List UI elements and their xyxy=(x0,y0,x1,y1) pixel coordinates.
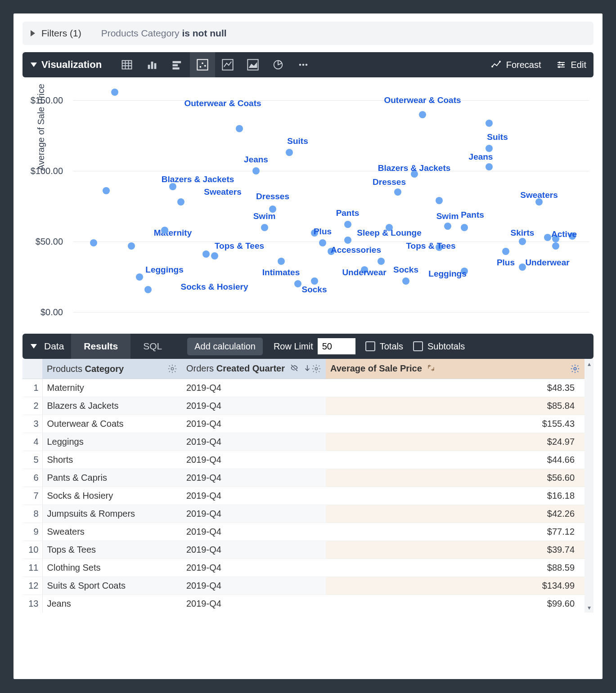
data-point[interactable] xyxy=(344,221,351,228)
data-point[interactable] xyxy=(552,242,559,250)
subtotals-checkbox[interactable]: Subtotals xyxy=(413,341,465,352)
plot-area[interactable]: Outerwear & CoatsBlazers & JacketsMatern… xyxy=(73,86,589,312)
data-point[interactable] xyxy=(328,248,335,255)
column-chart-icon[interactable] xyxy=(139,52,165,77)
scroll-down-icon[interactable]: ▾ xyxy=(585,604,594,611)
data-point[interactable] xyxy=(286,149,293,156)
gear-icon[interactable] xyxy=(167,364,177,374)
data-point[interactable] xyxy=(552,235,559,242)
caret-down-icon[interactable] xyxy=(31,63,37,67)
data-point[interactable] xyxy=(278,258,285,265)
table-row[interactable]: 1Maternity2019-Q4$48.35 xyxy=(22,379,585,397)
data-point[interactable] xyxy=(311,277,318,285)
data-point[interactable] xyxy=(436,244,443,251)
data-point[interactable] xyxy=(144,286,152,293)
data-point[interactable] xyxy=(111,89,118,96)
table-row[interactable]: 4Leggings2019-Q4$24.97 xyxy=(22,433,585,451)
svg-rect-6 xyxy=(151,62,153,69)
data-point[interactable] xyxy=(461,268,468,275)
forecast-button[interactable]: Forecast xyxy=(484,52,549,77)
data-point[interactable] xyxy=(535,198,543,206)
data-point[interactable] xyxy=(236,125,243,132)
column-header-avg-price[interactable]: Average of Sale Price xyxy=(326,359,585,379)
scroll-up-icon[interactable]: ▴ xyxy=(585,361,594,367)
table-row[interactable]: 6Pants & Capris2019-Q4$56.60 xyxy=(22,469,585,487)
data-point[interactable] xyxy=(502,248,509,255)
pie-chart-icon[interactable] xyxy=(265,52,291,77)
gear-icon[interactable] xyxy=(570,364,580,374)
cell-value: $24.97 xyxy=(326,433,585,451)
scatter-chart-icon[interactable] xyxy=(190,52,215,77)
data-point[interactable] xyxy=(436,197,443,204)
data-point[interactable] xyxy=(386,224,393,231)
table-row[interactable]: 11Clothing Sets2019-Q4$88.59 xyxy=(22,559,585,577)
data-point[interactable] xyxy=(486,145,493,152)
svg-rect-10 xyxy=(173,67,180,70)
data-point[interactable] xyxy=(269,206,276,213)
caret-down-icon[interactable] xyxy=(31,344,37,349)
table-row[interactable]: 12Suits & Sport Coats2019-Q4$134.99 xyxy=(22,577,585,595)
data-point[interactable] xyxy=(261,224,268,231)
svg-point-22 xyxy=(492,66,493,67)
table-row[interactable]: 2Blazers & Jackets2019-Q4$85.84 xyxy=(22,397,585,415)
data-point[interactable] xyxy=(311,229,318,237)
svg-point-18 xyxy=(299,64,301,66)
data-point[interactable] xyxy=(402,277,409,285)
table-row[interactable]: 3Outerwear & Coats2019-Q4$155.43 xyxy=(22,415,585,433)
tab-results[interactable]: Results xyxy=(71,334,130,359)
data-point[interactable] xyxy=(344,237,351,244)
data-point[interactable] xyxy=(411,170,418,178)
bar-chart-icon[interactable] xyxy=(165,52,190,77)
data-point[interactable] xyxy=(169,183,176,190)
more-icon[interactable] xyxy=(291,52,316,77)
data-point[interactable] xyxy=(519,238,526,245)
column-header-quarter[interactable]: Orders Created Quarter xyxy=(182,359,326,379)
table-row[interactable]: 7Socks & Hosiery2019-Q4$16.18 xyxy=(22,487,585,505)
data-point[interactable] xyxy=(444,223,451,230)
edit-button[interactable]: Edit xyxy=(549,52,594,77)
data-point[interactable] xyxy=(136,273,143,281)
table-row[interactable]: 8Jumpsuits & Rompers2019-Q4$42.26 xyxy=(22,505,585,523)
table-row[interactable]: 13Jeans2019-Q4$99.60 xyxy=(22,595,585,613)
totals-checkbox[interactable]: Totals xyxy=(365,341,403,352)
data-point[interactable] xyxy=(177,198,184,206)
filters-bar[interactable]: Filters (1) Products Category is not nul… xyxy=(22,22,594,45)
table-row[interactable]: 10Tops & Tees2019-Q4$39.74 xyxy=(22,541,585,559)
gear-icon[interactable] xyxy=(311,364,321,374)
results-table-wrap: Products Category Orders Created Quarter… xyxy=(22,359,594,613)
data-point[interactable] xyxy=(361,266,368,273)
table-row[interactable]: 9Sweaters2019-Q4$77.12 xyxy=(22,523,585,541)
data-point[interactable] xyxy=(90,239,97,246)
data-point[interactable] xyxy=(202,250,210,258)
data-point[interactable] xyxy=(544,234,551,241)
table-icon[interactable] xyxy=(114,52,139,77)
data-point[interactable] xyxy=(378,258,385,265)
svg-rect-8 xyxy=(173,61,181,63)
column-header-category[interactable]: Products Category xyxy=(42,359,182,379)
data-point[interactable] xyxy=(294,280,301,287)
tab-sql[interactable]: SQL xyxy=(130,334,175,359)
data-point[interactable] xyxy=(394,188,401,196)
data-point[interactable] xyxy=(461,224,468,231)
data-point[interactable] xyxy=(211,252,218,259)
data-point[interactable] xyxy=(419,111,426,118)
scrollbar[interactable]: ▴ ▾ xyxy=(585,359,594,613)
data-point[interactable] xyxy=(319,239,326,246)
y-tick-label: $150.00 xyxy=(22,95,71,106)
data-label: Suits xyxy=(287,136,308,146)
data-point[interactable] xyxy=(519,264,526,271)
add-calculation-button[interactable]: Add calculation xyxy=(187,338,263,355)
data-point[interactable] xyxy=(569,232,576,240)
table-row[interactable]: 5Shorts2019-Q4$44.66 xyxy=(22,451,585,469)
row-limit-input[interactable] xyxy=(318,338,355,354)
svg-point-12 xyxy=(200,66,202,68)
area-chart-icon[interactable] xyxy=(240,52,265,77)
data-point[interactable] xyxy=(252,167,260,174)
cell-category: Shorts xyxy=(42,451,182,469)
line-chart-icon[interactable] xyxy=(215,52,240,77)
data-point[interactable] xyxy=(103,187,110,194)
data-point[interactable] xyxy=(486,120,493,127)
data-point[interactable] xyxy=(128,242,135,250)
data-point[interactable] xyxy=(486,163,493,170)
data-point[interactable] xyxy=(161,227,168,234)
